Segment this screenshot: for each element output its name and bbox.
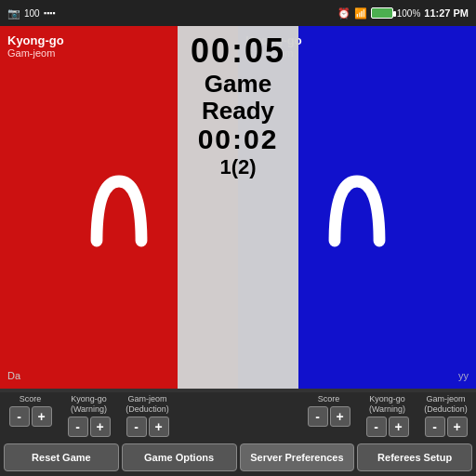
blue-warning-btns: - + [366,416,409,437]
blue-score-minus[interactable]: - [308,406,328,427]
game-area: Kyong-go Gam-jeom Da 00:05 Game Ready [0,26,476,389]
time-display: 11:27 PM [424,7,469,19]
blue-deduction-group: Gam-jeom(Deduction) - + [417,394,474,437]
main-content: Kyong-go Gam-jeom Da 00:05 Game Ready [0,26,476,476]
screen-icon: 📷 [7,7,20,20]
score-row: Score - + Kyong-go(Warning) - + [0,392,476,439]
red-warning-group: Kyong-go(Warning) - + [60,394,117,437]
battery-percent: 100% [397,8,421,19]
red-warning-btns: - + [68,416,111,437]
center-overlay: 00:05 Game Ready 00:02 1(2) [178,26,298,389]
reset-game-button[interactable]: Reset Game [4,443,119,471]
blue-deduction-label: Gam-jeom(Deduction) [424,394,468,415]
controls-area: Score - + Kyong-go(Warning) - + [0,389,476,476]
red-warning-minus[interactable]: - [68,416,88,437]
red-deduction-label: Gam-jeom(Deduction) [126,394,169,415]
red-score-group: Score - + [2,394,59,437]
signal-bars: ▪▪▪▪ [44,8,56,18]
timer-small: 00:02 [198,124,279,155]
red-deduction-plus[interactable]: + [149,416,169,437]
blue-score-plus[interactable]: + [330,406,350,427]
red-horseshoe [82,173,156,257]
red-score-btns: - + [9,406,52,427]
blue-warning-label: Kyong-go(Warning) [369,394,405,415]
server-preferences-button[interactable]: Server Preferences [240,443,355,471]
red-warning-plus[interactable]: + [90,416,111,437]
center-divider [178,392,298,439]
blue-controls: Score - + Kyong-go(Warning) - + [298,392,476,439]
wifi-icon: 100 [24,8,40,19]
status-right: ⏰ 📶 100% 11:27 PM [337,7,469,20]
status-left: 📷 100 ▪▪▪▪ [7,7,55,20]
action-buttons: Reset Game Game Options Server Preferenc… [0,439,476,476]
blue-score-btns: - + [308,406,350,427]
timer-large: 00:05 [191,32,285,71]
red-deduction-group: Gam-jeom(Deduction) - + [119,394,176,437]
red-score-minus[interactable]: - [9,406,30,427]
status-bar: 📷 100 ▪▪▪▪ ⏰ 📶 100% 11:27 PM [0,0,476,26]
blue-warning-minus[interactable]: - [366,416,387,437]
blue-deduction-minus[interactable]: - [425,416,445,437]
red-score-label: Score [20,394,42,404]
signal-icon: 📶 [354,7,367,20]
blue-horseshoe [320,173,394,257]
blue-warning-plus[interactable]: + [389,416,409,437]
blue-deduction-btns: - + [425,416,468,437]
red-score-plus[interactable]: + [32,406,52,427]
alarm-icon: ⏰ [337,7,350,20]
game-options-button[interactable]: Game Options [122,443,237,471]
red-deduction-btns: - + [126,416,169,437]
round-info: 1(2) [219,155,256,179]
blue-score-group: Score - + [300,394,357,437]
red-controls: Score - + Kyong-go(Warning) - + [0,392,178,439]
referees-setup-button[interactable]: Referees Setup [357,443,472,471]
battery-icon [371,7,393,19]
game-ready-text: Game Ready [202,71,274,124]
blue-score-label: Score [318,394,340,404]
phone-frame: 📷 100 ▪▪▪▪ ⏰ 📶 100% 11:27 PM Kyong-go Ga… [0,0,476,476]
red-warning-label: Kyong-go(Warning) [71,394,107,415]
blue-warning-group: Kyong-go(Warning) - + [359,394,416,437]
red-deduction-minus[interactable]: - [126,416,147,437]
blue-deduction-plus[interactable]: + [447,416,468,437]
